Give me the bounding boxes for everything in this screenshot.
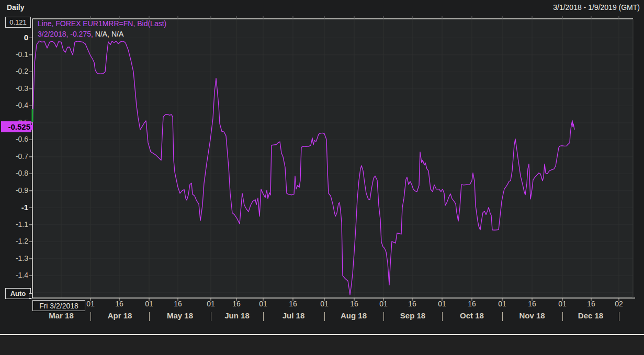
month-separator	[263, 312, 264, 321]
auto-scale-button[interactable]: Auto	[5, 288, 31, 299]
month-separator	[91, 312, 91, 321]
crosshair-na-values: N/A, N/A	[95, 30, 123, 38]
y-axis-label: -0.2	[0, 67, 28, 75]
month-separator	[324, 312, 325, 321]
x-tick-label: 02	[611, 300, 627, 308]
legend-series-label[interactable]: Line, FOREX EUR1MRR=FN, Bid(Last)	[38, 19, 166, 28]
x-tick-label: 01	[494, 300, 510, 308]
y-axis-label: -0.3	[0, 84, 28, 93]
x-tick-label: 01	[317, 300, 332, 308]
month-separator	[562, 312, 563, 321]
y-axis-label: -0.8	[0, 169, 28, 177]
month-label: Oct 18	[450, 311, 494, 320]
footer-bar: THOMSON REUTERS	[0, 335, 644, 355]
x-tick-label: 01	[434, 300, 450, 308]
x-tick-label: 16	[170, 300, 186, 308]
x-tick-label: 01	[203, 300, 219, 308]
last-value-axis-tick	[31, 125, 33, 130]
month-separator	[619, 312, 619, 321]
y-axis-label: -0.4	[0, 101, 28, 109]
x-tick-label: 16	[285, 300, 301, 308]
y-axis-label: -1.1	[0, 220, 28, 228]
x-tick-label: 16	[464, 300, 480, 308]
month-separator	[149, 312, 150, 321]
x-tick-label: 01	[376, 300, 391, 308]
month-label: May 18	[158, 311, 202, 320]
x-tick-label: 01	[255, 300, 271, 308]
start-date-box[interactable]: Fri 3/2/2018	[32, 300, 85, 311]
y-axis-label: -0.6	[0, 135, 28, 143]
x-tick-label: 01	[555, 300, 570, 308]
month-label: Sep 18	[391, 311, 435, 320]
x-tick-label: 01	[83, 300, 98, 308]
month-separator	[211, 312, 211, 321]
month-label: Aug 18	[332, 311, 376, 320]
month-label: Dec 18	[569, 311, 613, 320]
month-label: Nov 18	[510, 311, 554, 320]
axis-resize-handle[interactable]	[29, 293, 32, 299]
x-tick-label: 01	[141, 300, 157, 308]
interval-selector[interactable]: Daily	[7, 3, 24, 12]
x-tick-label: 16	[346, 300, 362, 308]
y-axis-label: -1.4	[0, 271, 28, 279]
month-label: Apr 18	[98, 311, 142, 320]
crosshair-values: 3/2/2018, -0.275,	[38, 30, 95, 38]
x-tick-label: 16	[111, 300, 127, 308]
eikon-chart-window: Daily 3/1/2018 - 1/9/2019 (GMT) 0.121 Li…	[0, 0, 644, 355]
y-axis-label: -0.7	[0, 152, 28, 161]
x-tick-label: 16	[229, 300, 244, 308]
date-range-label: 3/1/2018 - 1/9/2019 (GMT)	[553, 3, 640, 12]
month-separator	[442, 312, 443, 321]
month-label: Mar 18	[39, 311, 83, 320]
y-axis-label: -1.2	[0, 237, 28, 245]
y-axis-label: -0.1	[0, 50, 28, 59]
y-axis-label: 0	[0, 33, 28, 42]
plot-background	[32, 19, 633, 298]
x-tick-label: 16	[524, 300, 540, 308]
y-axis-label: -1.3	[0, 254, 28, 262]
month-label: Jul 18	[272, 311, 315, 320]
x-tick-label: 16	[583, 300, 599, 308]
legend-crosshair-readout: 3/2/2018, -0.275, N/A, N/A	[38, 30, 123, 38]
month-label: Jun 18	[215, 311, 259, 320]
x-tick-label: 16	[404, 300, 420, 308]
last-value-box: -0.525	[1, 121, 31, 132]
month-separator	[383, 312, 384, 321]
y-axis-label: -0.9	[0, 186, 28, 194]
top-axis-value-box: 0.121	[5, 17, 31, 28]
month-separator	[502, 312, 503, 321]
y-axis-label: -1	[0, 203, 28, 212]
